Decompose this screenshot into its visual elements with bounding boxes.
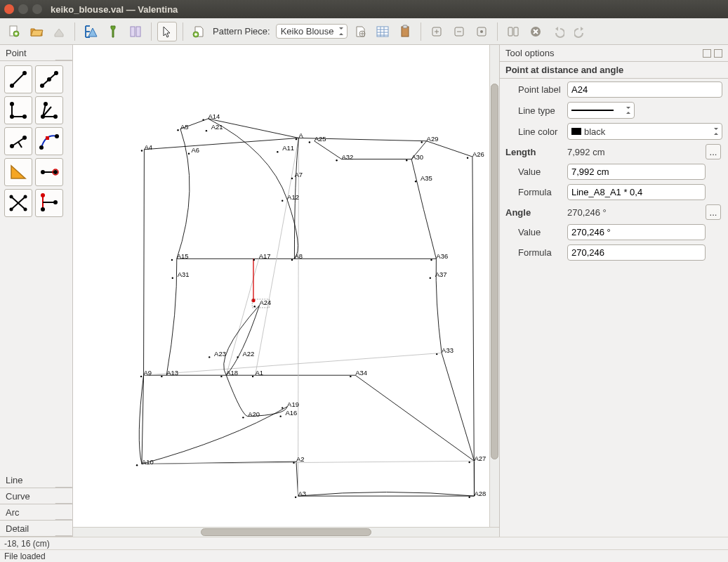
tab-line[interactable]: Line (0, 472, 72, 488)
svg-line-55 (144, 150, 145, 375)
save-file-button[interactable] (49, 22, 69, 41)
svg-point-144 (336, 159, 337, 161)
length-formula-input[interactable] (567, 184, 706, 200)
svg-text:A25: A25 (315, 135, 326, 143)
svg-text:A28: A28 (475, 490, 487, 497)
angle-formula-input[interactable] (567, 244, 706, 261)
label-angle-value: Value (505, 227, 567, 237)
tool-line-point[interactable] (35, 158, 63, 186)
point-label-input[interactable] (567, 81, 722, 98)
undo-button[interactable] (548, 22, 568, 41)
svg-line-54 (472, 157, 475, 496)
svg-point-118 (282, 407, 283, 408)
tool-bisector[interactable] (35, 96, 63, 124)
table-button[interactable] (373, 22, 392, 41)
svg-point-146 (436, 353, 437, 355)
tab-point[interactable]: Point (0, 45, 72, 61)
mode-title: Point at distance and angle (500, 62, 728, 79)
line-type-combo[interactable] (567, 102, 635, 119)
svg-point-142 (172, 277, 173, 279)
svg-text:A35: A35 (421, 174, 432, 182)
svg-point-50 (53, 200, 58, 204)
label-line-color: Line color (505, 126, 567, 137)
tool-perpendicular[interactable] (4, 127, 32, 155)
label-angle: Angle (505, 207, 567, 218)
svg-point-43 (24, 195, 27, 199)
svg-point-84 (293, 462, 294, 464)
tool-angle[interactable] (4, 96, 32, 124)
svg-text:A23: A23 (214, 350, 226, 358)
svg-text:A27: A27 (475, 455, 487, 462)
tool-midpoint[interactable] (35, 65, 63, 93)
zoom-original-button[interactable] (503, 22, 523, 41)
stop-button[interactable] (526, 22, 545, 41)
open-file-button[interactable] (27, 22, 46, 41)
svg-text:A32: A32 (341, 153, 353, 161)
svg-point-108 (202, 119, 204, 120)
svg-point-116 (220, 376, 222, 377)
svg-line-58 (355, 375, 474, 461)
drawing-canvas[interactable]: AA1A2A3A4A5A6A7A8A9A10A11A12A13A14A15A16… (73, 45, 489, 527)
svg-text:A30: A30 (411, 153, 423, 161)
svg-text:A11: A11 (282, 144, 294, 152)
horizontal-scrollbar[interactable] (73, 527, 499, 537)
clipboard-button[interactable] (395, 22, 415, 41)
angle-edit-button[interactable]: ... (706, 204, 721, 220)
canvas-area: AA1A2A3A4A5A6A7A8A9A10A11A12A13A14A15A16… (73, 45, 499, 537)
zoom-fit-button[interactable] (472, 22, 491, 41)
line-color-combo[interactable]: black (567, 123, 722, 140)
length-value-input[interactable] (567, 164, 706, 180)
tool-intersect[interactable] (4, 189, 32, 217)
vertical-scrollbar[interactable] (489, 45, 499, 527)
length-edit-button[interactable]: ... (706, 144, 721, 159)
svg-text:A1: A1 (256, 369, 264, 377)
svg-text:A18: A18 (226, 369, 238, 377)
svg-text:A13: A13 (166, 369, 178, 377)
tab-arc[interactable]: Arc (0, 504, 72, 521)
tab-detail[interactable]: Detail (0, 521, 72, 537)
maximize-icon[interactable] (32, 4, 42, 14)
svg-text:A17: A17 (259, 252, 271, 260)
measurements-button[interactable] (81, 22, 100, 41)
tool-curve-point[interactable] (35, 127, 63, 155)
tab-curve[interactable]: Curve (0, 488, 72, 504)
svg-line-32 (18, 142, 22, 148)
svg-text:A2: A2 (296, 455, 305, 463)
svg-point-100 (136, 464, 138, 466)
svg-point-104 (282, 200, 283, 202)
minimize-icon[interactable] (18, 4, 28, 14)
svg-point-48 (41, 207, 45, 211)
detach-icon[interactable] (703, 49, 711, 58)
label-length: Length (505, 147, 567, 157)
close-panel-icon[interactable] (714, 49, 722, 58)
pattern-piece-combo[interactable]: Keiko Blouse (276, 24, 348, 39)
window-titlebar: keiko_blouse.val — Valentina (0, 0, 728, 18)
tool-triangle[interactable] (4, 158, 32, 186)
zoom-out-button[interactable] (449, 22, 469, 41)
svg-point-136 (468, 497, 470, 498)
svg-text:A: A (298, 131, 303, 139)
svg-point-45 (24, 208, 27, 211)
svg-point-134 (468, 462, 470, 463)
svg-text:A10: A10 (142, 458, 154, 466)
redo-button[interactable] (571, 22, 590, 41)
svg-point-150 (415, 181, 416, 182)
svg-line-18 (12, 73, 25, 86)
piece-config-button[interactable] (350, 22, 370, 41)
add-piece-button[interactable] (189, 22, 209, 41)
tool-axis-point[interactable] (35, 189, 63, 217)
zoom-in-button[interactable] (427, 22, 446, 41)
svg-rect-8 (403, 25, 407, 28)
body-button[interactable] (103, 22, 123, 41)
svg-point-98 (140, 376, 142, 377)
angle-value-input[interactable] (567, 224, 706, 240)
close-icon[interactable] (4, 4, 14, 14)
new-file-button[interactable] (4, 22, 24, 41)
svg-point-154 (430, 277, 431, 279)
svg-point-94 (291, 178, 293, 179)
layout-button[interactable] (126, 22, 145, 41)
angle-display: 270,246 ° (567, 207, 706, 218)
tool-segment[interactable] (4, 65, 32, 93)
pointer-tool-button[interactable] (157, 22, 177, 41)
svg-point-92 (188, 153, 190, 155)
